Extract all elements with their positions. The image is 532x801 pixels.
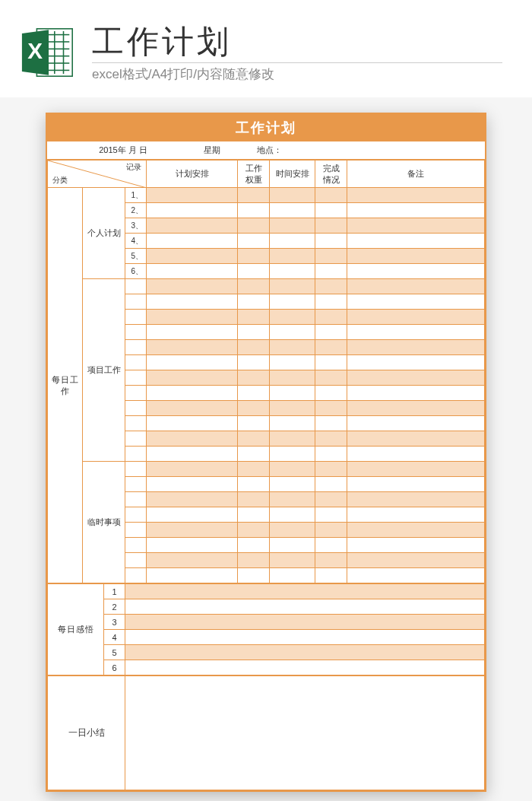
cell-weight[interactable] (238, 234, 270, 249)
cell-time[interactable] (270, 310, 315, 325)
cell-time[interactable] (270, 325, 315, 340)
cell-weight[interactable] (238, 294, 270, 310)
cell-time[interactable] (270, 523, 315, 538)
cell-done[interactable] (315, 325, 347, 340)
cell-time[interactable] (270, 477, 315, 492)
cell-plan[interactable] (147, 477, 238, 492)
cell-remark[interactable] (347, 294, 485, 310)
cell-plan[interactable] (147, 462, 238, 477)
cell-plan[interactable] (147, 553, 238, 568)
cell-time[interactable] (270, 264, 315, 279)
cell-time[interactable] (270, 218, 315, 234)
cell-done[interactable] (315, 355, 347, 370)
cell-weight[interactable] (238, 279, 270, 294)
cell-plan[interactable] (147, 401, 238, 416)
cell-weight[interactable] (238, 386, 270, 401)
cell-plan[interactable] (147, 310, 238, 325)
cell-time[interactable] (270, 431, 315, 447)
cell-done[interactable] (315, 553, 347, 568)
cell-time[interactable] (270, 507, 315, 523)
cell-plan[interactable] (147, 188, 238, 203)
cell-remark[interactable] (347, 568, 485, 583)
thought-cell[interactable] (125, 660, 485, 675)
cell-done[interactable] (315, 386, 347, 401)
cell-remark[interactable] (347, 431, 485, 447)
cell-time[interactable] (270, 401, 315, 416)
cell-plan[interactable] (147, 264, 238, 279)
cell-time[interactable] (270, 370, 315, 386)
cell-weight[interactable] (238, 370, 270, 386)
cell-done[interactable] (315, 234, 347, 249)
cell-weight[interactable] (238, 310, 270, 325)
cell-time[interactable] (270, 447, 315, 462)
cell-remark[interactable] (347, 188, 485, 203)
cell-remark[interactable] (347, 279, 485, 294)
cell-plan[interactable] (147, 538, 238, 553)
cell-plan[interactable] (147, 340, 238, 355)
cell-remark[interactable] (347, 462, 485, 477)
cell-time[interactable] (270, 294, 315, 310)
cell-time[interactable] (270, 188, 315, 203)
cell-done[interactable] (315, 492, 347, 507)
cell-remark[interactable] (347, 355, 485, 370)
cell-weight[interactable] (238, 553, 270, 568)
cell-done[interactable] (315, 340, 347, 355)
cell-done[interactable] (315, 310, 347, 325)
cell-time[interactable] (270, 340, 315, 355)
cell-done[interactable] (315, 249, 347, 264)
cell-done[interactable] (315, 401, 347, 416)
thought-cell[interactable] (125, 630, 485, 645)
cell-plan[interactable] (147, 568, 238, 583)
cell-plan[interactable] (147, 431, 238, 447)
cell-weight[interactable] (238, 523, 270, 538)
cell-time[interactable] (270, 553, 315, 568)
thought-cell[interactable] (125, 584, 485, 599)
cell-plan[interactable] (147, 492, 238, 507)
cell-done[interactable] (315, 568, 347, 583)
cell-done[interactable] (315, 447, 347, 462)
cell-done[interactable] (315, 507, 347, 523)
thought-cell[interactable] (125, 645, 485, 660)
cell-time[interactable] (270, 249, 315, 264)
cell-remark[interactable] (347, 492, 485, 507)
cell-remark[interactable] (347, 507, 485, 523)
cell-time[interactable] (270, 355, 315, 370)
cell-weight[interactable] (238, 218, 270, 234)
cell-remark[interactable] (347, 234, 485, 249)
cell-weight[interactable] (238, 568, 270, 583)
cell-done[interactable] (315, 370, 347, 386)
cell-time[interactable] (270, 462, 315, 477)
cell-weight[interactable] (238, 477, 270, 492)
cell-plan[interactable] (147, 355, 238, 370)
cell-remark[interactable] (347, 249, 485, 264)
thought-cell[interactable] (125, 599, 485, 615)
cell-weight[interactable] (238, 401, 270, 416)
cell-remark[interactable] (347, 340, 485, 355)
cell-remark[interactable] (347, 416, 485, 431)
cell-done[interactable] (315, 477, 347, 492)
cell-remark[interactable] (347, 325, 485, 340)
cell-remark[interactable] (347, 553, 485, 568)
cell-plan[interactable] (147, 523, 238, 538)
cell-remark[interactable] (347, 523, 485, 538)
cell-weight[interactable] (238, 416, 270, 431)
cell-plan[interactable] (147, 234, 238, 249)
summary-content[interactable] (125, 676, 485, 790)
cell-plan[interactable] (147, 279, 238, 294)
cell-weight[interactable] (238, 264, 270, 279)
cell-weight[interactable] (238, 447, 270, 462)
cell-remark[interactable] (347, 203, 485, 218)
cell-done[interactable] (315, 431, 347, 447)
cell-remark[interactable] (347, 370, 485, 386)
cell-plan[interactable] (147, 416, 238, 431)
cell-done[interactable] (315, 188, 347, 203)
cell-plan[interactable] (147, 249, 238, 264)
cell-weight[interactable] (238, 340, 270, 355)
cell-time[interactable] (270, 386, 315, 401)
cell-done[interactable] (315, 523, 347, 538)
cell-remark[interactable] (347, 264, 485, 279)
cell-remark[interactable] (347, 218, 485, 234)
cell-time[interactable] (270, 279, 315, 294)
cell-remark[interactable] (347, 310, 485, 325)
cell-plan[interactable] (147, 203, 238, 218)
